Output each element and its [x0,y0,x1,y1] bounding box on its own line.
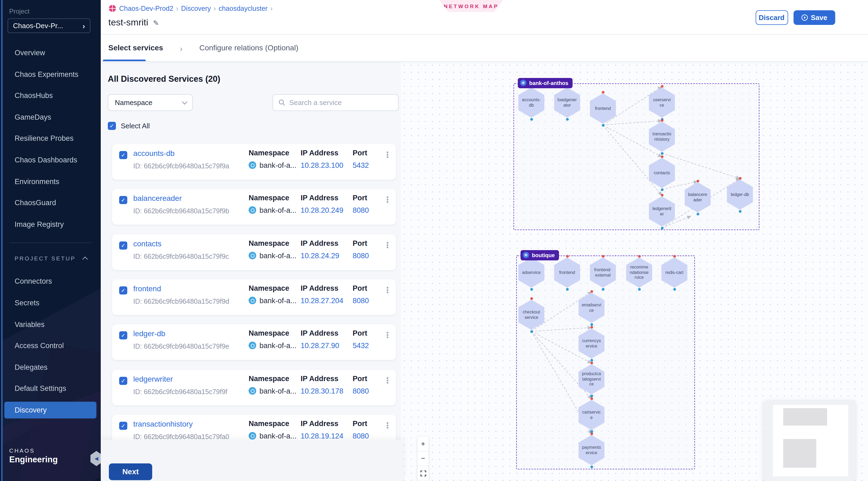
service-checkbox[interactable] [119,241,127,249]
map-node-loadgenerator[interactable]: loadgenerator [554,88,580,118]
service-ip[interactable]: 10.28.30.178 [301,387,343,395]
map-node-recommendationservice[interactable]: recommendationservice [626,257,652,288]
service-name-link[interactable]: ledger-db [133,329,165,338]
namespace-filter-label: Namespace [115,98,153,106]
sidebar-item-secrets[interactable]: Secrets [0,292,101,314]
map-node-checkoutservice[interactable]: checkoutservice [518,300,545,330]
service-name-link[interactable]: contacts [133,239,161,248]
zoom-out-button[interactable]: − [417,451,429,466]
group-badge-boutique[interactable]: boutique [521,250,559,260]
map-minimap[interactable] [763,400,856,481]
service-port[interactable]: 5432 [352,341,369,349]
sidebar-item-discovery[interactable]: Discovery [4,402,96,418]
sidebar-item-default-settings[interactable]: Default Settings [0,378,101,399]
sidebar-item-chaos-experiments[interactable]: Chaos Experiments [0,64,101,85]
map-node-ledgerwriter[interactable]: ledgerwriter [649,196,675,227]
sidebar-item-gamedays[interactable]: GameDays [0,107,101,128]
service-card-accounts-db: accounts-db ID: 662b6c9fcb96480a15c79f9a… [112,144,396,180]
service-checkbox[interactable] [119,331,127,339]
kebab-menu-icon[interactable]: ⋮ [383,286,392,294]
brand-engineering-label: Engineering [9,455,58,464]
service-name-link[interactable]: frontend [133,284,161,293]
service-ip[interactable]: 10.28.27.204 [301,296,343,304]
sidebar-item-overview[interactable]: Overview [0,42,101,64]
breadcrumb-project[interactable]: Chaos-Dev-Prod2 [119,5,173,12]
kebab-menu-icon[interactable]: ⋮ [383,241,392,249]
service-checkbox[interactable] [119,286,127,294]
save-button[interactable]: Save [793,10,835,25]
service-port[interactable]: 8080 [352,252,369,260]
service-ip[interactable]: 10.28.19.124 [301,432,343,440]
map-node-frontend-boutique[interactable]: frontend [554,257,580,288]
chevron-up-icon[interactable] [82,257,88,262]
kebab-menu-icon[interactable]: ⋮ [383,150,392,158]
edit-pencil-icon[interactable]: ✎ [153,19,159,27]
service-checkbox[interactable] [119,421,127,429]
service-checkbox[interactable] [119,151,127,159]
zoom-in-button[interactable]: + [417,437,429,451]
sidebar-item-chaos-dashboards[interactable]: Chaos Dashboards [0,150,101,171]
map-node-transactionhistory[interactable]: transactionhistory [649,122,675,152]
discard-button[interactable]: Discard [755,10,788,25]
map-node-contacts[interactable]: contacts [649,158,675,188]
service-port[interactable]: 8080 [352,432,369,440]
kebab-menu-icon[interactable]: ⋮ [383,330,392,339]
service-ip[interactable]: 10.28.27.90 [301,341,339,349]
service-ip[interactable]: 10.28.23.100 [301,161,343,169]
sidebar-item-resilience-probes[interactable]: Resilience Probes [0,128,101,150]
kebab-menu-icon[interactable]: ⋮ [383,376,392,384]
next-button[interactable]: Next [109,463,152,480]
sidebar-item-environments[interactable]: Environments [0,171,101,192]
service-ip[interactable]: 10.28.20.249 [301,206,343,214]
sidebar-item-variables[interactable]: Variables [0,314,101,335]
service-name-link[interactable]: accounts-db [133,149,175,157]
map-node-currencyservice[interactable]: currencyservice [579,328,604,359]
search-input[interactable] [289,98,393,106]
service-port[interactable]: 5432 [352,161,369,169]
chevron-right-icon: › [180,43,183,53]
map-node-userservice[interactable]: userservice [649,88,675,118]
service-id: ID: 662b6c9fcb96480a15c79f9f [133,388,227,395]
sidebar-item-connectors[interactable]: Connectors [0,271,101,292]
breadcrumb-discovery[interactable]: Discovery [181,5,211,12]
fullscreen-button[interactable] [417,466,429,480]
service-name-link[interactable]: transactionhistory [133,419,192,428]
sidebar-item-chaosguard[interactable]: ChaosGuard [0,192,101,214]
namespace-filter-dropdown[interactable]: Namespace [108,94,193,111]
map-node-emailservice[interactable]: emailservice [579,293,604,323]
sidebar-item-chaoshubs[interactable]: ChaosHubs [0,85,101,106]
map-node-adservice[interactable]: adservice [518,257,545,288]
breadcrumb-separator: › [270,4,273,12]
service-checkbox[interactable] [119,377,127,385]
service-ip[interactable]: 10.28.24.29 [301,252,339,260]
map-node-ledger-db[interactable]: ledger-db [727,180,753,210]
service-name-link[interactable]: balancereader [133,194,182,202]
map-node-balancereader[interactable]: balancereader [685,182,711,213]
breadcrumb-cluster[interactable]: chaosdaycluster [219,5,268,12]
project-selector[interactable]: Chaos-Dev-Pr... › [8,19,90,33]
left-edge-accent-strip [1,0,3,481]
tab-select-services[interactable]: Select services [108,34,163,61]
tab-configure-relations[interactable]: Configure relations (Optional) [199,34,299,61]
map-node-frontend-bank[interactable]: frontend [590,93,616,124]
group-badge-bank-of-anthos[interactable]: bank-of-anthos [518,78,572,88]
map-node-paymentservice[interactable]: paymentservice [579,435,604,465]
map-node-accounts-db[interactable]: accounts-db [518,88,545,118]
service-port[interactable]: 8080 [352,387,369,395]
sidebar-item-delegates[interactable]: Delegates [0,356,101,378]
map-node-cartservice[interactable]: cartservice [579,400,604,430]
kebab-menu-icon[interactable]: ⋮ [383,421,392,429]
group-box-bank-of-anthos[interactable] [514,83,760,230]
map-node-frontend-external[interactable]: frontend-external [590,257,616,288]
map-node-redis-cart[interactable]: redis-cart [661,257,687,288]
sidebar-item-access-control[interactable]: Access Control [0,335,101,356]
service-name-link[interactable]: ledgerwriter [133,374,173,383]
map-node-productcatalogservice[interactable]: productcatalogservice [579,364,604,394]
sidebar-item-image-registry[interactable]: Image Registry [0,214,101,235]
service-port[interactable]: 8080 [352,296,369,304]
service-checkbox[interactable] [119,196,127,204]
kebab-menu-icon[interactable]: ⋮ [383,195,392,203]
service-port[interactable]: 8080 [352,206,369,214]
select-all-checkbox[interactable] [108,122,116,130]
page-title: test-smriti [108,17,148,28]
